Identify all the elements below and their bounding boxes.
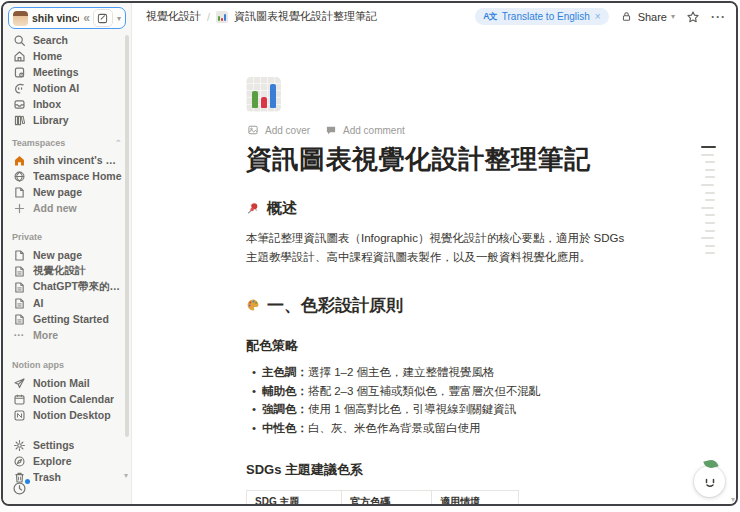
send-icon — [12, 376, 26, 390]
strategy-heading[interactable]: 配色策略 — [246, 337, 632, 355]
sdg-colors-heading[interactable]: SDGs 主題建議色系 — [246, 461, 632, 479]
sdg-color-table[interactable]: SDG 主題 官方色碼 適用情境 SDG 1 消除貧窮 #E5243B（紅） 緊… — [246, 490, 519, 504]
notion-ai-button[interactable] — [694, 466, 725, 497]
sidebar-item-getting-started[interactable]: Getting Started — [3, 311, 131, 327]
page-icon — [12, 248, 26, 262]
sidebar-item-visualization-design[interactable]: 視覺化設計 — [3, 263, 131, 279]
list-item[interactable]: • 強調色：使用 1 個高對比色，引導視線到關鍵資訊 — [246, 400, 632, 419]
compass-icon — [12, 454, 26, 468]
compose-icon — [96, 11, 110, 25]
page-title[interactable]: 資訊圖表視覺化設計整理筆記 — [246, 142, 632, 177]
chevron-down-icon: ▾ — [671, 12, 675, 21]
color-section-heading[interactable]: 一、色彩設計原則 — [246, 294, 632, 317]
sidebar-item-search[interactable]: Search — [3, 32, 131, 48]
search-icon — [12, 33, 26, 47]
sidebar-item-library[interactable]: Library — [3, 112, 131, 128]
sidebar-item-meetings[interactable]: Meetings — [3, 64, 131, 80]
collapse-sidebar-icon[interactable]: « — [83, 11, 89, 25]
col-header: 官方色碼 — [342, 491, 432, 504]
palette-icon — [246, 298, 260, 312]
inbox-icon — [12, 97, 26, 111]
breadcrumb-parent[interactable]: 視覺化設計 — [146, 9, 201, 24]
list-item[interactable]: • 主色調：選擇 1–2 個主色，建立整體視覺風格 — [246, 363, 632, 382]
lock-icon — [620, 10, 634, 24]
table-header-row: SDG 主題 官方色碼 適用情境 — [247, 491, 519, 504]
plus-icon — [12, 201, 26, 215]
sidebar-item-notion-hq[interactable]: shih vincent's Notion HQ — [3, 152, 131, 168]
bar-green — [252, 91, 258, 108]
bar-red — [261, 97, 267, 108]
help-button[interactable] — [11, 480, 28, 497]
sidebar-scrollbar[interactable] — [125, 35, 129, 437]
translate-icon: A文 — [483, 11, 497, 23]
sidebar-item-notion-ai[interactable]: Notion AI — [3, 80, 131, 96]
add-cover-button[interactable]: Add cover — [246, 123, 310, 137]
teamspaces-header[interactable]: Teamspaces ⌃ — [3, 137, 131, 148]
sidebar: shih vincen... « ▾ Search Home Meetings — [3, 3, 132, 504]
pushpin-icon — [246, 202, 260, 216]
overview-heading[interactable]: 概述 — [246, 199, 632, 218]
workspace-name: shih vincen... — [32, 12, 79, 24]
outline-indicator[interactable] — [701, 146, 719, 260]
page-actions: Add cover Add comment — [246, 123, 632, 137]
col-header: 適用情境 — [432, 491, 519, 504]
sidebar-item-new-page-private[interactable]: New page — [3, 247, 131, 263]
chevron-down-icon[interactable]: ▾ — [117, 14, 121, 23]
sidebar-item-home[interactable]: Home — [3, 48, 131, 64]
sidebar-item-add-new[interactable]: Add new — [3, 200, 131, 216]
sidebar-item-teamspace-home[interactable]: Teamspace Home — [3, 168, 131, 184]
favorite-star-icon[interactable] — [686, 10, 700, 24]
home-icon — [12, 49, 26, 63]
workspace-switcher[interactable]: shih vincen... « ▾ — [8, 7, 126, 29]
sidebar-item-notion-desktop[interactable]: Notion Desktop — [3, 407, 131, 423]
sidebar-item-chatgpt-negative[interactable]: ChatGPT帶來的負面影響 — [3, 279, 131, 295]
sidebar-item-more[interactable]: ··· More — [3, 327, 131, 343]
col-header: SDG 主題 — [247, 491, 342, 504]
breadcrumb-separator: / — [207, 11, 210, 23]
notion-window: shih vincen... « ▾ Search Home Meetings — [1, 1, 738, 506]
leaf-icon — [703, 458, 719, 469]
bar-blue — [270, 84, 276, 108]
sidebar-item-settings[interactable]: Settings — [3, 437, 131, 453]
strategy-bullet-list: • 主色調：選擇 1–2 個主色，建立整體視覺風格 • 輔助色：搭配 2–3 個… — [246, 363, 632, 438]
page-icon — [12, 185, 26, 199]
house-icon — [12, 153, 26, 167]
page-emoji-icon — [216, 11, 228, 23]
topbar: 視覺化設計 / 資訊圖表視覺化設計整理筆記 A文 Translate to En… — [132, 3, 736, 30]
list-item[interactable]: • 中性色：白、灰、米色作為背景或留白使用 — [246, 419, 632, 438]
notion-ai-icon — [12, 81, 26, 95]
sidebar-item-inbox[interactable]: Inbox — [3, 96, 131, 112]
new-page-button[interactable] — [93, 9, 113, 27]
share-button[interactable]: Share ▾ — [620, 10, 675, 24]
list-item[interactable]: • 輔助色：搭配 2–3 個互補或類似色，豐富層次但不混亂 — [246, 382, 632, 401]
meetings-icon — [12, 65, 26, 79]
gear-icon — [12, 438, 26, 452]
teamspaces-toggle-icon[interactable]: ⌃ — [114, 138, 122, 148]
avatar — [13, 11, 28, 26]
globe-icon — [12, 169, 26, 183]
translate-pill[interactable]: A文 Translate to English × — [475, 8, 609, 25]
sidebar-item-ai[interactable]: AI — [3, 295, 131, 311]
page-icon-chart[interactable] — [246, 77, 281, 112]
overview-paragraph[interactable]: 本筆記整理資訊圖表（Infographic）視覺化設計的核心要點，適用於 SDG… — [246, 229, 632, 267]
page-content: Add cover Add comment 資訊圖表視覺化設計整理筆記 概述 本… — [246, 77, 632, 504]
ai-face-icon — [702, 474, 718, 490]
close-icon[interactable]: × — [595, 11, 601, 22]
breadcrumb: 視覺化設計 / 資訊圖表視覺化設計整理筆記 — [146, 9, 377, 24]
notion-apps-header[interactable]: Notion apps — [3, 359, 131, 370]
page-icon — [12, 296, 26, 310]
page-icon — [12, 312, 26, 326]
sidebar-item-new-page-teamspace[interactable]: New page — [3, 184, 131, 200]
calendar-icon — [12, 392, 26, 406]
sidebar-item-notion-mail[interactable]: Notion Mail — [3, 375, 131, 391]
sidebar-scroll-down-icon[interactable]: ▾ — [124, 471, 128, 480]
sidebar-item-explore[interactable]: Explore — [3, 453, 131, 469]
breadcrumb-current[interactable]: 資訊圖表視覺化設計整理筆記 — [234, 9, 377, 24]
library-icon — [12, 113, 26, 127]
add-comment-button[interactable]: Add comment — [324, 123, 405, 137]
ellipsis-icon: ··· — [12, 328, 26, 342]
more-options-button[interactable]: ··· — [711, 10, 726, 24]
page-icon — [12, 264, 26, 278]
sidebar-item-notion-calendar[interactable]: Notion Calendar — [3, 391, 131, 407]
private-header[interactable]: Private — [3, 231, 131, 242]
